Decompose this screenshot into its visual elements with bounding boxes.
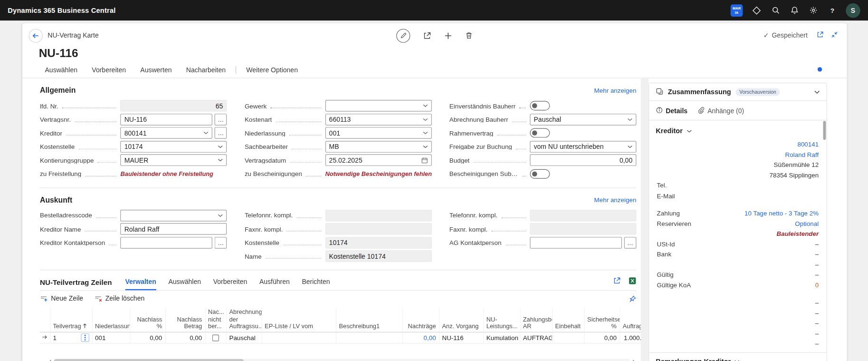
- ag-kontaktperson-input[interactable]: [530, 237, 622, 249]
- zeile-loschen-button[interactable]: Zeile löschen: [94, 294, 144, 303]
- chevron-down-icon[interactable]: [218, 145, 223, 148]
- settings-gear-icon[interactable]: [808, 5, 818, 15]
- table-row[interactable]: 10010,000,00Pauschal0,00NU-116Kumulation…: [40, 332, 664, 343]
- menu-nacharbeiten[interactable]: Nacharbeiten: [186, 66, 226, 73]
- cell-nachlass[interactable]: 0,00: [130, 332, 165, 343]
- scrollbar-track[interactable]: [54, 359, 630, 361]
- minimize-page-icon[interactable]: [831, 31, 838, 40]
- chevron-down-icon[interactable]: [423, 118, 428, 121]
- cell-anz-vorgang[interactable]: NU-116: [439, 332, 483, 343]
- row-menu-icon[interactable]: [81, 333, 89, 342]
- bescheinigungen-sub-ignorieren-toggle[interactable]: [530, 169, 550, 178]
- scroll-right-icon[interactable]: [633, 360, 635, 361]
- search-icon[interactable]: [771, 5, 781, 15]
- cell-zahlungsbed-ar[interactable]: AUFTRAG AR: [520, 332, 552, 343]
- column-header-niederlassung[interactable]: Niederlassung: [92, 308, 130, 332]
- factbox-value[interactable]: 0: [815, 282, 819, 289]
- column-header-nac-nicht-ber[interactable]: Nac... nicht ber...: [205, 308, 226, 332]
- column-header-nachlass-betrag[interactable]: Nachlass Betrag: [165, 308, 205, 332]
- column-header-nu-leistungs[interactable]: NU-Leistungs...: [483, 308, 520, 332]
- neue-zeile-button[interactable]: Neue Zeile: [40, 294, 83, 303]
- factbox-scrollbar-thumb[interactable]: [823, 121, 826, 140]
- open-in-excel-icon[interactable]: [629, 277, 636, 287]
- cell-checkbox[interactable]: [205, 332, 226, 343]
- kreditor-assist-button[interactable]: …: [215, 127, 227, 139]
- cell-sicherheitsein[interactable]: 0,00: [584, 332, 620, 343]
- vertragsdatum-input[interactable]: 25.02.2025: [325, 155, 431, 166]
- bestelladresscode-select[interactable]: [121, 210, 227, 222]
- add-icon[interactable]: [444, 31, 453, 40]
- factbox-collapse-chevron-icon[interactable]: [814, 90, 820, 94]
- column-header-nachtrage[interactable]: Nachträge: [402, 308, 439, 332]
- ag-kontaktperson-assist-button[interactable]: …: [624, 237, 637, 249]
- menu-vorbereiten[interactable]: Vorbereiten: [92, 66, 126, 73]
- factbox-value[interactable]: Optional: [795, 220, 819, 227]
- niederlassung-select[interactable]: 001: [325, 127, 431, 139]
- cell-abrechnung-der-auftragssu[interactable]: Pauschal: [226, 332, 262, 343]
- calendar-icon[interactable]: [421, 157, 428, 164]
- back-button[interactable]: [29, 29, 43, 42]
- chevron-down-icon[interactable]: [218, 214, 223, 217]
- column-header-nachlass[interactable]: Nachlass %: [130, 308, 165, 332]
- mehr-anzeigen-link-auskunft[interactable]: Mehr anzeigen: [594, 196, 637, 203]
- factbox-value[interactable]: 10 Tage netto - 3 Tage 2%: [744, 210, 819, 217]
- factbox-group-bemerkungen[interactable]: Bemerkungen Kreditor: [649, 352, 826, 361]
- lines-tab-vorbereiten[interactable]: Vorbereiten: [213, 278, 248, 291]
- factbox-value[interactable]: 800141: [797, 141, 819, 148]
- chevron-down-icon[interactable]: [218, 159, 223, 162]
- cell-nachlass-betrag[interactable]: 0,00: [165, 332, 205, 343]
- menu-auswerten[interactable]: Auswerten: [140, 66, 172, 73]
- table-horizontal-scrollbar[interactable]: [49, 359, 635, 361]
- factbox-group-kreditor[interactable]: Kreditor: [649, 120, 826, 137]
- kostenart-select[interactable]: 660113: [325, 114, 431, 126]
- vertragsnr-assist-button[interactable]: …: [215, 114, 227, 126]
- share-icon[interactable]: [423, 31, 431, 40]
- einverstandnis-bauherr-toggle[interactable]: [530, 101, 550, 111]
- factbox-tab-anhange-0[interactable]: Anhänge (0): [697, 107, 744, 116]
- popout-icon[interactable]: [817, 31, 824, 40]
- cell-niederlassung[interactable]: 001: [92, 332, 130, 343]
- kostenstelle-select[interactable]: 10174: [121, 141, 227, 153]
- kreditor-name-input[interactable]: [121, 223, 227, 235]
- lines-tab-ausfuhren[interactable]: Ausführen: [259, 278, 290, 291]
- column-header-teilvertrag[interactable]: Teilvertrag: [50, 308, 92, 332]
- column-header-einbehalt[interactable]: Einbehalt: [552, 308, 584, 332]
- cell-teilvertrag[interactable]: 1: [50, 332, 92, 343]
- lines-tab-berichten[interactable]: Berichten: [302, 278, 330, 291]
- kreditor-select[interactable]: 800141: [121, 127, 213, 139]
- abrechnung-bauherr-select[interactable]: Pauschal: [530, 114, 636, 126]
- column-header-anz-vorgang[interactable]: Anz. Vorgang: [439, 308, 483, 332]
- chevron-down-icon[interactable]: [628, 145, 633, 148]
- factbox-tab-details[interactable]: Details: [656, 107, 687, 116]
- cell-beschreibung1[interactable]: [336, 332, 402, 343]
- mehr-anzeigen-link-allgemein[interactable]: Mehr anzeigen: [594, 87, 637, 94]
- sachbearbeiter-select[interactable]: MB: [325, 141, 431, 153]
- chevron-down-icon[interactable]: [423, 132, 428, 135]
- chevron-down-icon[interactable]: [628, 118, 633, 121]
- column-header-ep-liste-lv-vom[interactable]: EP-Liste / LV vom: [262, 308, 336, 332]
- copilot-icon[interactable]: [752, 5, 762, 15]
- menu-weitere-optionen[interactable]: Weitere Optionen: [246, 66, 298, 73]
- cell-nachtrage[interactable]: 0,00: [402, 332, 439, 343]
- rahmenvertrag-toggle[interactable]: [530, 128, 550, 138]
- help-icon[interactable]: ?: [827, 5, 837, 15]
- pin-icon[interactable]: [629, 295, 636, 302]
- edit-icon[interactable]: [396, 29, 410, 42]
- column-header-sicherheitsein[interactable]: Sicherheitsein... %: [584, 308, 620, 332]
- factbox-value[interactable]: Roland Raff: [785, 151, 819, 158]
- column-header-abrechnung-der-auftragssu[interactable]: Abrechnung der Auftragssu...: [226, 308, 262, 332]
- kontierungsgruppe-select[interactable]: MAUER: [121, 155, 227, 166]
- notifications-bell-icon[interactable]: [789, 5, 799, 15]
- checkbox[interactable]: [212, 335, 219, 341]
- kreditor-kontaktperson-input[interactable]: [121, 237, 213, 249]
- kreditor-kontaktperson-assist-button[interactable]: …: [215, 237, 227, 249]
- freigabe-zur-buchung-select[interactable]: vom NU unterschrieben: [530, 141, 636, 153]
- chevron-down-icon[interactable]: [423, 105, 428, 107]
- menu-auswahlen[interactable]: Auswählen: [45, 66, 78, 73]
- scroll-left-icon[interactable]: [49, 360, 51, 361]
- gewerk-select[interactable]: [325, 100, 431, 112]
- budget-input[interactable]: [530, 155, 636, 166]
- cell-nu-leistungs[interactable]: Kumulation: [483, 332, 520, 343]
- cell-einbehalt[interactable]: [552, 332, 584, 343]
- environment-badge[interactable]: MARIA: [731, 4, 743, 17]
